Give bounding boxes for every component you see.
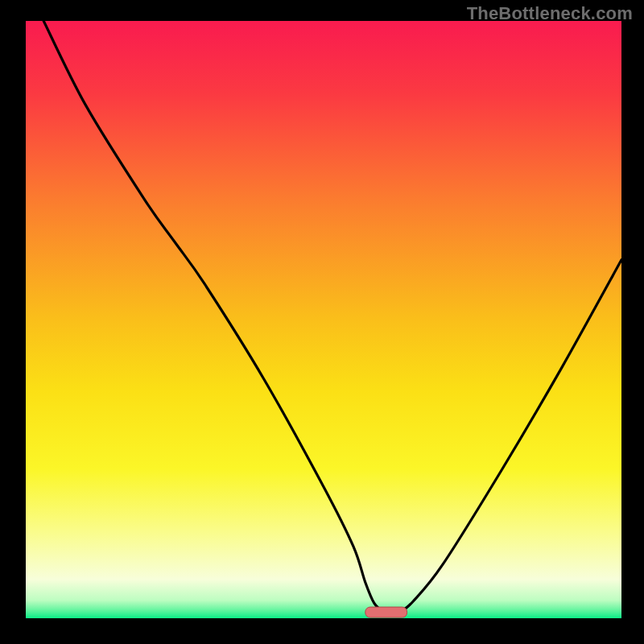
chart-frame: TheBottleneck.com: [0, 0, 644, 644]
chart-svg: [26, 21, 621, 618]
chart-plot-area: [26, 21, 621, 618]
chart-background-gradient: [26, 21, 621, 618]
watermark-text: TheBottleneck.com: [467, 3, 633, 24]
optimal-range-marker: [365, 607, 407, 617]
